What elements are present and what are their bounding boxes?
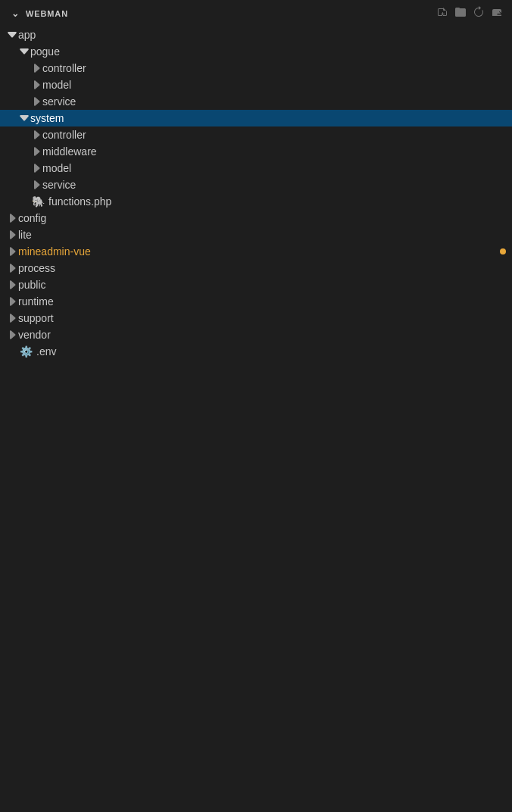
tree-item-env[interactable]: ⚙️.env xyxy=(0,343,512,360)
tree-item-public[interactable]: public xyxy=(0,276,512,293)
tree-item-pogue-controller[interactable]: controller xyxy=(0,60,512,77)
item-label-system-service: service xyxy=(42,179,512,191)
item-label-pogue-service: service xyxy=(42,95,512,108)
chevron-pogue xyxy=(18,45,30,58)
chevron-config xyxy=(6,212,18,224)
tree-item-support[interactable]: support xyxy=(0,310,512,326)
env-gear-icon: ⚙️ xyxy=(18,344,33,359)
explorer-header: WEBMAN xyxy=(0,0,512,27)
item-label-system-model: model xyxy=(42,162,512,174)
collapse-all-icon[interactable] xyxy=(491,6,503,20)
item-label-vendor: vendor xyxy=(18,329,512,341)
item-label-support: support xyxy=(18,312,512,324)
tree-item-runtime[interactable]: runtime xyxy=(0,293,512,310)
chevron-system-service xyxy=(30,179,42,191)
item-label-public: public xyxy=(18,279,512,291)
tree-item-process[interactable]: process xyxy=(0,260,512,276)
tree-item-mineadmin-vue[interactable]: mineadmin-vue xyxy=(0,243,512,260)
chevron-pogue-controller xyxy=(30,62,42,74)
chevron-system-model xyxy=(30,162,42,174)
tree-item-vendor[interactable]: vendor xyxy=(0,326,512,343)
tree-item-app[interactable]: app xyxy=(0,27,512,43)
item-label-runtime: runtime xyxy=(18,295,512,308)
item-label-env: .env xyxy=(36,345,512,358)
tree-item-lite[interactable]: lite xyxy=(0,226,512,243)
tree-item-config[interactable]: config xyxy=(0,210,512,226)
new-file-icon[interactable] xyxy=(436,6,448,20)
item-label-mineadmin-vue: mineadmin-vue xyxy=(18,245,500,258)
tree-item-system-middleware[interactable]: middleware xyxy=(0,143,512,160)
item-label-pogue: pogue xyxy=(30,45,512,58)
chevron-vendor xyxy=(6,329,18,341)
chevron-runtime xyxy=(6,295,18,308)
item-label-pogue-model: model xyxy=(42,79,512,91)
item-label-system-middleware: middleware xyxy=(42,145,512,158)
tree-item-pogue-model[interactable]: model xyxy=(0,77,512,93)
item-label-system: system xyxy=(30,112,512,124)
new-folder-icon[interactable] xyxy=(454,6,467,20)
item-label-lite: lite xyxy=(18,229,512,241)
chevron-mineadmin-vue xyxy=(6,245,18,258)
refresh-icon[interactable] xyxy=(473,6,485,20)
collapse-chevron[interactable] xyxy=(9,8,21,20)
item-label-system-controller: controller xyxy=(42,129,512,141)
item-label-process: process xyxy=(18,262,512,274)
item-label-config: config xyxy=(18,212,512,224)
tree-item-system[interactable]: system xyxy=(0,110,512,126)
php-elephant-icon: 🐘 xyxy=(30,194,45,209)
chevron-system-controller xyxy=(30,129,42,141)
tree-item-functions-php[interactable]: 🐘functions.php xyxy=(0,193,512,210)
chevron-pogue-model xyxy=(30,79,42,91)
chevron-pogue-service xyxy=(30,95,42,108)
tree-item-system-model[interactable]: model xyxy=(0,160,512,176)
tree-item-system-controller[interactable]: controller xyxy=(0,126,512,143)
chevron-app xyxy=(6,29,18,41)
tree-item-pogue[interactable]: pogue xyxy=(0,43,512,60)
chevron-system-middleware xyxy=(30,145,42,158)
chevron-process xyxy=(6,262,18,274)
tree-item-system-service[interactable]: service xyxy=(0,176,512,193)
chevron-support xyxy=(6,312,18,324)
modified-badge-mineadmin-vue xyxy=(500,248,506,255)
chevron-public xyxy=(6,279,18,291)
chevron-system xyxy=(18,112,30,124)
item-label-functions-php: functions.php xyxy=(48,195,512,208)
chevron-lite xyxy=(6,229,18,241)
tree-item-pogue-service[interactable]: service xyxy=(0,93,512,110)
file-tree: apppoguecontrollermodelservicesystemcont… xyxy=(0,27,512,360)
item-label-pogue-controller: controller xyxy=(42,62,512,74)
item-label-app: app xyxy=(18,29,512,41)
explorer-title: WEBMAN xyxy=(26,9,68,18)
